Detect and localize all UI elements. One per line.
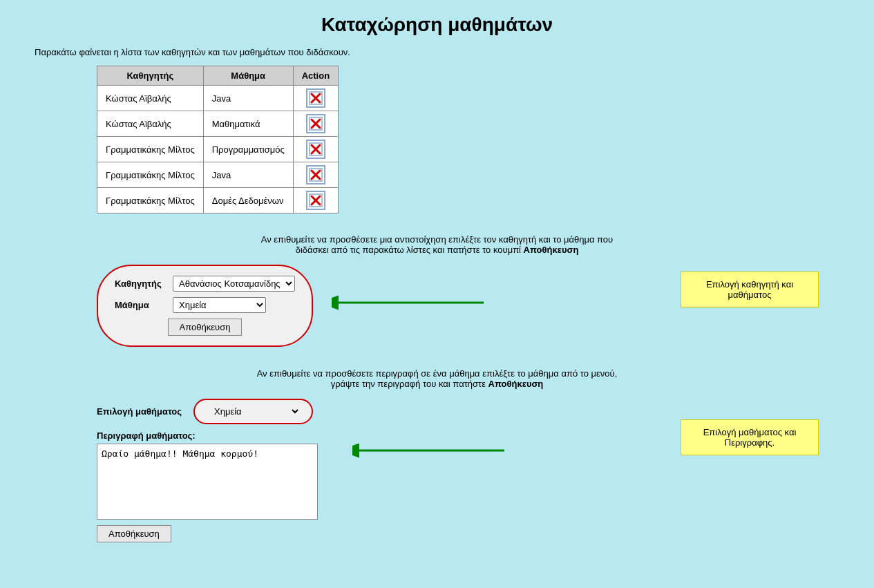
teacher-cell: Γραμματικάκης Μίλτος [97,137,204,162]
table-row: Κώστας ΑϊβαλήςΜαθηματικά [97,111,339,137]
delete-button[interactable] [306,191,325,210]
delete-button[interactable] [306,114,325,133]
action-cell [293,188,338,214]
subject-cell: Μαθηματικά [203,111,293,137]
col-header-subject: Μάθημα [203,66,293,86]
action-cell [293,162,338,188]
delete-icon [309,168,323,182]
table-row: Γραμματικάκης ΜίλτοςΠρογραμματισμός [97,137,339,162]
section2-desc-line1: Αν επιθυμείτε να προσθέσετε περιγραφή σε… [14,368,860,379]
section1-save-button[interactable]: Αποθήκευση [168,319,243,336]
section1-desc-line2: διδάσκει από τις παρακάτω λίστες και πατ… [14,245,860,255]
section1-arrow-svg [332,285,491,320]
subject-select[interactable]: ΧημείαJavaΜαθηματικάΠρογραμματισμόςΔομές… [173,297,266,313]
table-row: Γραμματικάκης ΜίλτοςJava [97,162,339,188]
page-title: Καταχώρηση μαθημάτων [14,14,860,36]
section1-desc-line1: Αν επιθυμείτε να προσθέσετε μια αντιστοί… [14,234,860,245]
subject-cell: Δομές Δεδομένων [203,188,293,214]
section2-subject-select[interactable]: ΧημείαJavaΜαθηματικάΠρογραμματισμόςΔομές… [209,404,301,419]
teacher-cell: Γραμματικάκης Μίλτος [97,162,204,188]
delete-icon [309,193,323,207]
assignments-table: Καθηγητής Μάθημα Action Κώστας ΑϊβαλήςJa… [97,66,339,214]
delete-button[interactable] [306,140,325,159]
subject-cell: Java [203,86,293,111]
subject-cell: Java [203,162,293,188]
teacher-cell: Κώστας Αϊβαλής [97,86,204,111]
teacher-select[interactable]: Αθανάσιος ΚοτσαμανίδηςΚώστας ΑϊβαλήςΓραμ… [173,276,295,292]
teacher-cell: Γραμματικάκης Μίλτος [97,188,204,214]
section1-tooltip: Επιλογή καθηγητή και μαθήματος [681,272,819,307]
page-subtitle: Παρακάτω φαίνεται η λίστα των καθηγητών … [35,47,860,57]
teacher-cell: Κώστας Αϊβαλής [97,111,204,137]
table-row: Κώστας ΑϊβαλήςJava [97,86,339,111]
action-cell [293,111,338,137]
subject-label: Μάθημα [115,300,170,310]
delete-button[interactable] [306,165,325,184]
delete-icon [309,117,323,131]
section1-form-oval: Καθηγητής Αθανάσιος ΚοτσαμανίδηςΚώστας Α… [97,265,313,347]
table-row: Γραμματικάκης ΜίλτοςΔομές Δεδομένων [97,188,339,214]
desc-label: Περιγραφή μαθήματος: [97,430,196,441]
section2-arrow-svg [352,433,511,468]
delete-icon [309,91,323,105]
teacher-label: Καθηγητής [115,278,170,289]
section2-oval: ΧημείαJavaΜαθηματικάΠρογραμματισμόςΔομές… [193,399,313,424]
subject-cell: Προγραμματισμός [203,137,293,162]
section2-tooltip: Επιλογή μαθήματος και Περιγραφης. [681,419,819,455]
action-cell [293,137,338,162]
delete-icon [309,142,323,156]
desc-textarea[interactable] [97,444,318,520]
col-header-action: Action [293,66,338,86]
col-header-teacher: Καθηγητής [97,66,204,86]
section2-desc-line2: γράψτε την περιγραφή του και πατήστε Απο… [14,379,860,389]
subject-select-label: Επιλογή μαθήματος [97,406,193,417]
action-cell [293,86,338,111]
delete-button[interactable] [306,88,325,108]
section2-save-button[interactable]: Αποθήκευση [97,525,171,542]
